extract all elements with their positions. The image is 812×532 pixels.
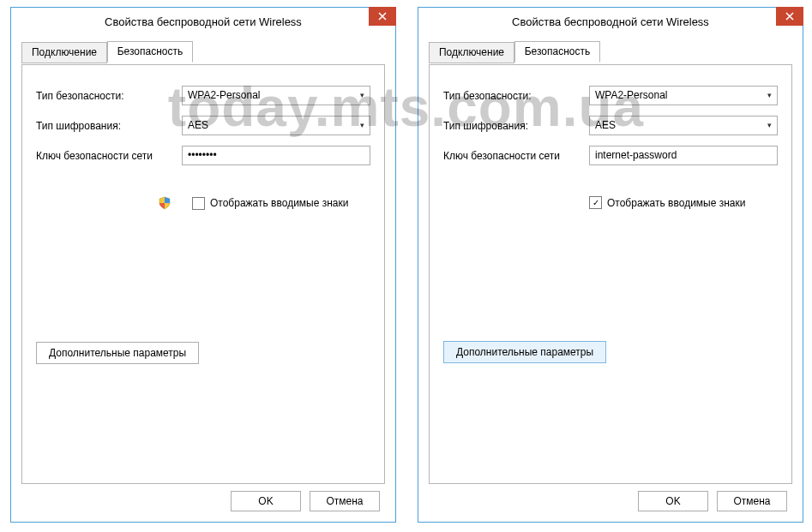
chevron-down-icon: ▾: [360, 117, 364, 134]
close-button[interactable]: [369, 7, 396, 26]
wireless-properties-window: Свойства беспроводной сети Wireless Подк…: [10, 7, 396, 523]
network-key-input[interactable]: ••••••••: [182, 146, 370, 165]
encryption-type-select[interactable]: AES ▾: [182, 116, 370, 135]
close-icon: [785, 12, 794, 21]
security-type-select[interactable]: WPA2-Personal ▾: [589, 86, 778, 105]
close-button[interactable]: [776, 7, 803, 26]
show-characters-label: Отображать вводимые знаки: [607, 197, 745, 209]
encryption-type-label: Тип шифрования:: [36, 120, 182, 132]
tab-security[interactable]: Безопасность: [107, 41, 193, 63]
ok-button[interactable]: OK: [231, 491, 301, 511]
cancel-button[interactable]: Отмена: [717, 491, 787, 511]
title-bar: Свойства беспроводной сети Wireless: [418, 8, 803, 33]
title-bar: Свойства беспроводной сети Wireless: [11, 8, 395, 33]
close-icon: [378, 12, 387, 21]
tab-panel-security: Тип безопасности: WPA2-Personal ▾ Тип ши…: [429, 64, 792, 484]
window-title: Свойства беспроводной сети Wireless: [11, 14, 395, 28]
tab-connection[interactable]: Подключение: [21, 42, 107, 63]
show-characters-label: Отображать вводимые знаки: [210, 197, 348, 209]
network-key-label: Ключ безопасности сети: [443, 150, 589, 162]
advanced-settings-button[interactable]: Дополнительные параметры: [36, 342, 199, 364]
advanced-settings-button[interactable]: Дополнительные параметры: [443, 341, 606, 363]
encryption-type-label: Тип шифрования:: [443, 120, 589, 132]
tab-security[interactable]: Безопасность: [514, 41, 600, 63]
cancel-button[interactable]: Отмена: [310, 491, 380, 511]
chevron-down-icon: ▾: [767, 87, 772, 105]
tab-connection[interactable]: Подключение: [429, 42, 514, 63]
encryption-type-value: AES: [188, 117, 360, 134]
network-key-input[interactable]: internet-password: [589, 146, 778, 165]
show-characters-checkbox[interactable]: [589, 196, 602, 209]
chevron-down-icon: ▾: [767, 117, 772, 134]
security-type-label: Тип безопасности:: [443, 90, 589, 102]
security-type-value: WPA2-Personal: [595, 87, 767, 105]
window-title: Свойства беспроводной сети Wireless: [418, 14, 803, 28]
chevron-down-icon: ▾: [360, 87, 364, 105]
security-type-value: WPA2-Personal: [188, 87, 360, 105]
security-type-select[interactable]: WPA2-Personal ▾: [182, 86, 370, 105]
tab-panel-security: Тип безопасности: WPA2-Personal ▾ Тип ши…: [21, 64, 385, 484]
encryption-type-value: AES: [595, 117, 767, 134]
uac-shield-icon: [158, 196, 171, 210]
security-type-label: Тип безопасности:: [36, 90, 182, 102]
ok-button[interactable]: OK: [638, 491, 708, 511]
wireless-properties-window: Свойства беспроводной сети Wireless Подк…: [418, 7, 803, 523]
network-key-label: Ключ безопасности сети: [36, 150, 182, 162]
encryption-type-select[interactable]: AES ▾: [589, 116, 778, 135]
show-characters-checkbox[interactable]: [192, 197, 205, 210]
